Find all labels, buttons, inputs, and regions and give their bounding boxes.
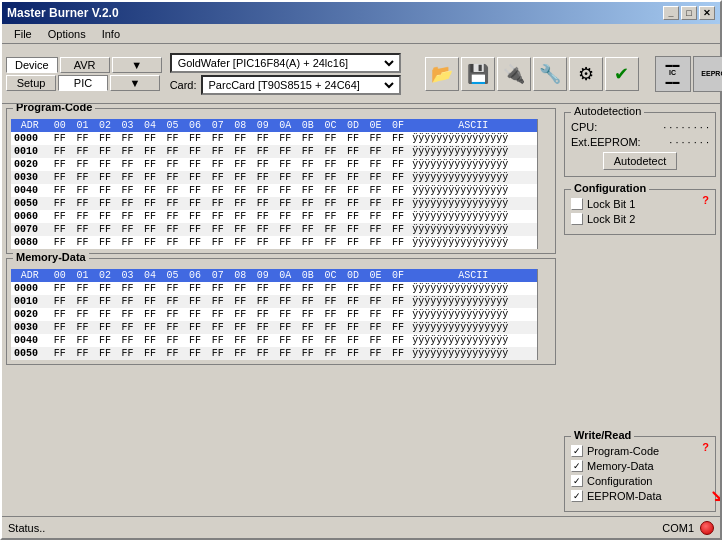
eeprom-row: Ext.EEPROM: · · · · · · · (571, 136, 709, 148)
left-panel: Program-Code ADR 000102 030405 060708 09… (2, 104, 560, 516)
table-row: 0010FFFFFFFFFFFFFFFFFFFFFFFFFFFFFFFFÿÿÿÿ… (11, 145, 537, 158)
maximize-button[interactable]: □ (681, 6, 697, 20)
menu-info[interactable]: Info (94, 26, 128, 42)
memory-data-title: Memory-Data (13, 251, 89, 263)
autodetection-group: Autodetection CPU: · · · · · · · · Ext.E… (564, 112, 716, 177)
write-read-item-3: EEPROM-Data (571, 490, 709, 502)
card-select[interactable]: ParcCard [T90S8515 + 24C64] (205, 78, 397, 92)
write-read-item-0: Program-Code (571, 445, 709, 457)
memory-data-scrollbar[interactable] (537, 269, 551, 360)
write-read-item-1: Memory-Data (571, 460, 709, 472)
md-col-adr: ADR (11, 269, 49, 282)
menu-file[interactable]: File (6, 26, 40, 42)
program-code-scrollbar[interactable] (537, 119, 551, 249)
tab-pic-dropdown[interactable]: ▼ (110, 75, 160, 91)
device-dropdown[interactable]: GoldWafer [PIC16F84(A) + 24lc16] PIC-Car… (170, 53, 401, 73)
program-code-tbody: 0000FFFFFFFFFFFFFFFFFFFFFFFFFFFFFFFFÿÿÿÿ… (11, 132, 537, 249)
usb-button[interactable]: 🔧 (533, 57, 567, 91)
lock-bit-2-checkbox[interactable] (571, 213, 583, 225)
cpu-row: CPU: · · · · · · · · (571, 121, 709, 133)
lock-bit-1-checkbox[interactable] (571, 198, 583, 210)
card-dropdown-combo[interactable]: ParcCard [T90S8515 + 24C64] (201, 75, 401, 95)
main-window: Master Burner V.2.0 _ □ ✕ File Options I… (0, 0, 722, 540)
status-led (700, 521, 714, 535)
table-row: 0080FFFFFFFFFFFFFFFFFFFFFFFFFFFFFFFFÿÿÿÿ… (11, 236, 537, 249)
tab-avr[interactable]: AVR (60, 57, 110, 73)
lock-bit-1-label: Lock Bit 1 (587, 198, 635, 210)
eeprom-button[interactable]: EEPROM (693, 56, 722, 92)
memory-data-table-wrap: ADR 000102 030405 060708 090A0B 0C0D0E 0… (11, 269, 551, 360)
table-row: 0000FFFFFFFFFFFFFFFFFFFFFFFFFFFFFFFFÿÿÿÿ… (11, 132, 537, 145)
table-row: 0010FFFFFFFFFFFFFFFFFFFFFFFFFFFFFFFFÿÿÿÿ… (11, 295, 537, 308)
table-row: 0050FFFFFFFFFFFFFFFFFFFFFFFFFFFFFFFFÿÿÿÿ… (11, 197, 537, 210)
table-row: 0020FFFFFFFFFFFFFFFFFFFFFFFFFFFFFFFFÿÿÿÿ… (11, 308, 537, 321)
mode-icons: ▬▬ IC ▬▬ EEPROM CRD QUICK (655, 56, 722, 92)
title-bar-buttons: _ □ ✕ (663, 6, 715, 20)
config-question-icon[interactable]: ? (702, 194, 709, 206)
menu-bar: File Options Info (2, 24, 720, 44)
ic-button[interactable]: ▬▬ IC ▬▬ (655, 56, 691, 92)
table-row: 0030FFFFFFFFFFFFFFFFFFFFFFFFFFFFFFFFÿÿÿÿ… (11, 171, 537, 184)
write-read-rows: Program-CodeMemory-DataConfigurationEEPR… (571, 445, 709, 502)
write-read-label-3: EEPROM-Data (587, 490, 662, 502)
lock-bit-2-row: Lock Bit 2 (571, 213, 709, 225)
write-read-checkbox-1[interactable] (571, 460, 583, 472)
write-read-title: Write/Read (571, 429, 634, 441)
table-row: 0030FFFFFFFFFFFFFFFFFFFFFFFFFFFFFFFFÿÿÿÿ… (11, 321, 537, 334)
memory-data-header-row: ADR 000102 030405 060708 090A0B 0C0D0E 0… (11, 269, 537, 282)
lock-bit-2-label: Lock Bit 2 (587, 213, 635, 225)
toolbar: Device AVR ▼ Setup PIC ▼ GoldWafer [PIC1… (2, 44, 720, 104)
write-read-checkbox-2[interactable] (571, 475, 583, 487)
program-code-title: Program-Code (13, 104, 95, 113)
menu-options[interactable]: Options (40, 26, 94, 42)
minimize-button[interactable]: _ (663, 6, 679, 20)
write-read-label-1: Memory-Data (587, 460, 654, 472)
table-row: 0060FFFFFFFFFFFFFFFFFFFFFFFFFFFFFFFFÿÿÿÿ… (11, 210, 537, 223)
eeprom-value: · · · · · · · (669, 136, 709, 148)
memory-data-tbody: 0000FFFFFFFFFFFFFFFFFFFFFFFFFFFFFFFFÿÿÿÿ… (11, 282, 537, 360)
program-code-header-row: ADR 000102 030405 060708 090A0B 0C0D0E 0… (11, 119, 537, 132)
close-button[interactable]: ✕ (699, 6, 715, 20)
right-spacer (564, 239, 716, 428)
action-icons: 📂 💾 🔌 🔧 ⚙ ✔ (425, 57, 639, 91)
card-row: Card: ParcCard [T90S8515 + 24C64] (170, 75, 401, 95)
save-button[interactable]: 💾 (461, 57, 495, 91)
window-title: Master Burner V.2.0 (7, 6, 119, 20)
autodetection-title: Autodetection (571, 105, 644, 117)
write-read-checkbox-3[interactable] (571, 490, 583, 502)
table-row: 0040FFFFFFFFFFFFFFFFFFFFFFFFFFFFFFFFÿÿÿÿ… (11, 334, 537, 347)
device-select[interactable]: GoldWafer [PIC16F84(A) + 24lc16] PIC-Car… (174, 56, 397, 70)
memory-data-group: Memory-Data ADR 000102 030405 060708 090… (6, 258, 556, 365)
tab-setup[interactable]: Setup (6, 75, 56, 91)
status-right: COM1 (662, 521, 714, 535)
folder-open-button[interactable]: 📂 (425, 57, 459, 91)
chip-button[interactable]: 🔌 (497, 57, 531, 91)
configuration-group: Configuration ? Lock Bit 1 Lock Bit 2 (564, 189, 716, 235)
program-code-table: ADR 000102 030405 060708 090A0B 0C0D0E 0… (11, 119, 537, 249)
table-row: 0070FFFFFFFFFFFFFFFFFFFFFFFFFFFFFFFFÿÿÿÿ… (11, 223, 537, 236)
write-read-question-icon[interactable]: ? (702, 441, 709, 453)
table-row: 0000FFFFFFFFFFFFFFFFFFFFFFFFFFFFFFFFÿÿÿÿ… (11, 282, 537, 295)
pc-col-adr: ADR (11, 119, 49, 132)
memory-data-table: ADR 000102 030405 060708 090A0B 0C0D0E 0… (11, 269, 537, 360)
pc-col-ascii: ASCII (409, 119, 537, 132)
main-content: Program-Code ADR 000102 030405 060708 09… (2, 104, 720, 516)
right-panel: Autodetection CPU: · · · · · · · · Ext.E… (560, 104, 720, 516)
configuration-title: Configuration (571, 182, 649, 194)
write-read-group: Write/Read ? Program-CodeMemory-DataConf… (564, 436, 716, 512)
settings-button[interactable]: ⚙ (569, 57, 603, 91)
autodetect-button[interactable]: Autodetect (603, 152, 678, 170)
tab-avr-dropdown[interactable]: ▼ (112, 57, 162, 73)
check-button[interactable]: ✔ (605, 57, 639, 91)
tab-pic[interactable]: PIC (58, 75, 108, 91)
write-read-checkbox-0[interactable] (571, 445, 583, 457)
md-col-ascii: ASCII (409, 269, 537, 282)
tab-device[interactable]: Device (6, 57, 58, 73)
table-row: 0040FFFFFFFFFFFFFFFFFFFFFFFFFFFFFFFFÿÿÿÿ… (11, 184, 537, 197)
table-row: 0050FFFFFFFFFFFFFFFFFFFFFFFFFFFFFFFFÿÿÿÿ… (11, 347, 537, 360)
toolbar-dropdowns: GoldWafer [PIC16F84(A) + 24lc16] PIC-Car… (170, 53, 401, 95)
com-port-label: COM1 (662, 522, 694, 534)
eeprom-label: Ext.EEPROM: (571, 136, 641, 148)
lock-bit-1-row: Lock Bit 1 (571, 198, 709, 210)
memory-data-thead: ADR 000102 030405 060708 090A0B 0C0D0E 0… (11, 269, 537, 282)
